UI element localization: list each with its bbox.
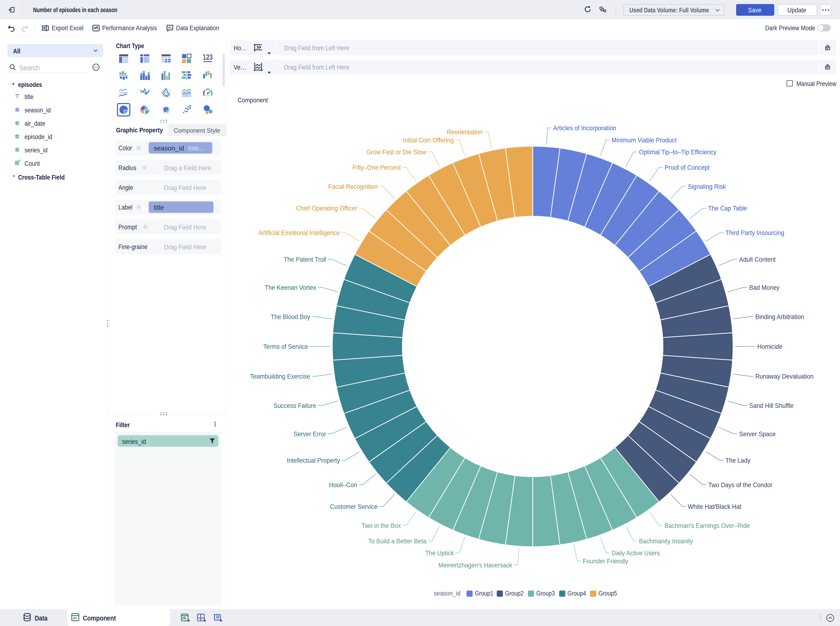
svg-text:Optimal Tip–to–Tip Efficiency: Optimal Tip–to–Tip Efficiency [639,148,716,156]
svg-text:Articles of Incorporation: Articles of Incorporation [553,124,616,131]
svg-text:Group2: Group2 [505,590,523,597]
svg-text:White Hat/Black Hat: White Hat/Black Hat [688,503,741,510]
svg-text:Bad Money: Bad Money [749,284,779,291]
svg-text:Terms of Service: Terms of Service [263,343,308,350]
svg-text:The Keenan Vortex: The Keenan Vortex [265,284,316,291]
svg-text:Server Error: Server Error [293,430,326,438]
svg-text:Teambuilding Exercise: Teambuilding Exercise [250,372,310,380]
svg-text:123: 123 [203,53,213,61]
svg-text:Reorientation: Reorientation [447,128,483,136]
svg-text:Chief Operating Officer: Chief Operating Officer [296,205,357,212]
svg-text:Grow Fast or Die Slow: Grow Fast or Die Slow [367,148,427,156]
svg-text:Success Failure: Success Failure [273,402,316,409]
svg-text:Adult Content: Adult Content [739,256,776,263]
svg-text:Daily Active Users: Daily Active Users [611,549,660,557]
svg-text:The Lady: The Lady [726,457,751,464]
svg-text:Customer Service: Customer Service [330,503,378,510]
svg-text:To Build a Better Beta: To Build a Better Beta [368,537,426,545]
svg-text:Signaling Risk: Signaling Risk [688,183,726,190]
svg-text:Intellectual Property: Intellectual Property [287,457,340,464]
svg-text:Two in the Box: Two in the Box [362,522,401,529]
svg-text:Initial Coin Offering: Initial Coin Offering [403,136,454,144]
svg-text:*: * [19,160,20,163]
svg-text:Bachman's Earnings Over–Ride: Bachman's Earnings Over–Ride [664,522,750,529]
svg-text:Group5: Group5 [599,590,617,597]
svg-text:Facial Recognition: Facial Recognition [328,183,378,190]
svg-text:Founder Friendly: Founder Friendly [583,557,628,565]
svg-text:Binding Arbitration: Binding Arbitration [755,313,804,321]
svg-text:Meinertzhagen's Haversack: Meinertzhagen's Haversack [438,562,512,569]
svg-text:Sand Hill Shuffle: Sand Hill Shuffle [749,402,793,409]
svg-text:Group1: Group1 [475,590,494,597]
svg-text:Group3: Group3 [536,590,555,597]
svg-text:Homicide: Homicide [757,343,782,350]
svg-text:The Uptick: The Uptick [425,549,454,557]
svg-text:Fifty–One Percent: Fifty–One Percent [353,164,401,171]
svg-text:Server Space: Server Space [739,430,776,438]
svg-text:Artificial Emotional Intellige: Artificial Emotional Intelligence [259,229,340,236]
svg-text:Bachmanity Insanity: Bachmanity Insanity [639,537,693,545]
svg-text:The Patent Troll: The Patent Troll [284,256,326,263]
svg-text:Third Party Insourcing: Third Party Insourcing [726,229,784,236]
svg-text:Two Days of the Condor: Two Days of the Condor [708,481,773,488]
svg-text:The Blood Boy: The Blood Boy [271,313,310,321]
svg-text:Proof of Concept: Proof of Concept [664,164,710,171]
svg-text:The Cap Table: The Cap Table [708,205,747,212]
svg-text:Group4: Group4 [567,590,586,597]
svg-text:season_id: season_id [434,590,461,597]
svg-text:Minimum Viable Product: Minimum Viable Product [611,136,677,144]
svg-text:Hooli–Con: Hooli–Con [329,481,357,488]
svg-text:Runaway Devaluation: Runaway Devaluation [755,372,813,380]
